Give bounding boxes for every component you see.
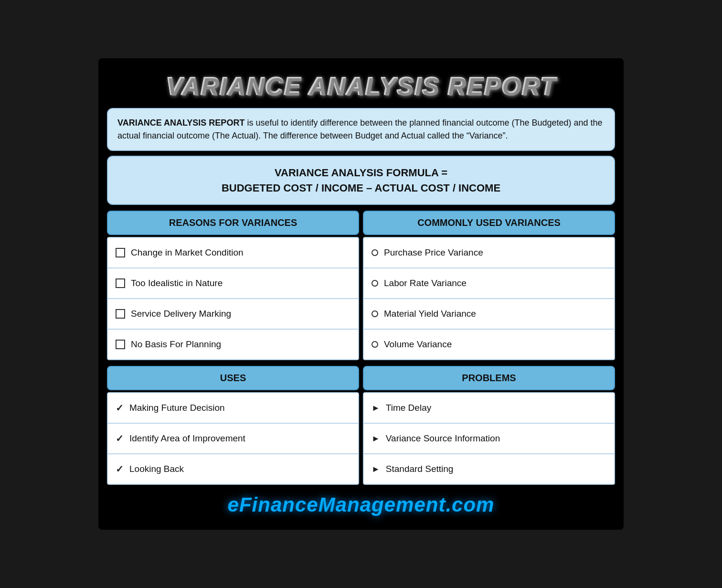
use-item-2: Identify Area of Improvement [129, 433, 245, 444]
reason-item-4: No Basis For Planning [131, 339, 221, 350]
list-item: Labor Rate Variance [363, 268, 615, 299]
variance-item-1: Purchase Price Variance [384, 247, 483, 258]
circle-icon [372, 280, 378, 287]
uses-header: USES [107, 366, 359, 390]
checkbox-icon [116, 309, 125, 319]
use-item-1: Making Future Decision [129, 403, 225, 413]
variance-item-3: Material Yield Variance [384, 309, 476, 319]
arrow-icon: ► [372, 434, 380, 444]
uses-items: ✓ Making Future Decision ✓ Identify Area… [107, 392, 359, 485]
main-container: VARIANCE ANALYSIS REPORT VARIANCE ANALYS… [98, 58, 624, 530]
reason-item-1: Change in Market Condition [131, 247, 244, 258]
checkmark-icon: ✓ [116, 402, 124, 414]
list-item: ► Standard Setting [363, 454, 615, 484]
list-item: Change in Market Condition [107, 237, 359, 268]
list-item: ► Variance Source Information [363, 423, 615, 454]
checkmark-icon: ✓ [116, 463, 124, 475]
variances-items: Purchase Price Variance Labor Rate Varia… [363, 237, 615, 360]
checkbox-icon [116, 278, 125, 288]
uses-problems-grid: USES ✓ Making Future Decision ✓ Identify… [107, 366, 615, 485]
variance-item-4: Volume Variance [384, 339, 452, 350]
reasons-variances-grid: REASONS FOR VARIANCES Change in Market C… [107, 211, 615, 360]
problem-item-2: Variance Source Information [386, 433, 500, 444]
list-item: ✓ Looking Back [107, 454, 359, 484]
reason-item-3: Service Delivery Marking [131, 309, 231, 319]
checkmark-icon: ✓ [116, 433, 124, 444]
reasons-col: REASONS FOR VARIANCES Change in Market C… [107, 211, 359, 360]
description-box: VARIANCE ANALYSIS REPORT is useful to id… [107, 108, 615, 151]
list-item: No Basis For Planning [107, 329, 359, 360]
variances-header: COMMONLY USED VARIANCES [363, 211, 615, 235]
checkbox-icon [116, 248, 125, 257]
problems-header: PROBLEMS [363, 366, 615, 390]
checkbox-icon [116, 340, 125, 349]
footer-brand: eFinanceManagement.com [107, 485, 615, 521]
reasons-items: Change in Market Condition Too Idealisti… [107, 237, 359, 360]
problems-items: ► Time Delay ► Variance Source Informati… [363, 392, 615, 485]
variance-item-2: Labor Rate Variance [384, 278, 467, 289]
main-title: VARIANCE ANALYSIS REPORT [107, 67, 615, 108]
arrow-icon: ► [372, 403, 380, 413]
problems-col: PROBLEMS ► Time Delay ► Variance Source … [363, 366, 615, 485]
circle-icon [372, 249, 378, 256]
desc-bold: VARIANCE ANALYSIS REPORT [117, 118, 244, 128]
variances-col: COMMONLY USED VARIANCES Purchase Price V… [363, 211, 615, 360]
circle-icon [372, 310, 378, 317]
list-item: Material Yield Variance [363, 299, 615, 329]
list-item: Too Idealistic in Nature [107, 268, 359, 299]
circle-icon [372, 341, 378, 348]
list-item: Volume Variance [363, 329, 615, 360]
formula-line1: VARIANCE ANALYSIS FORMULA = [117, 165, 605, 181]
reasons-header: REASONS FOR VARIANCES [107, 211, 359, 235]
list-item: Purchase Price Variance [363, 237, 615, 268]
formula-line2: BUDGETED COST / INCOME – ACTUAL COST / I… [117, 181, 605, 196]
arrow-icon: ► [372, 464, 380, 474]
list-item: Service Delivery Marking [107, 299, 359, 329]
problem-item-3: Standard Setting [386, 464, 454, 474]
reason-item-2: Too Idealistic in Nature [131, 278, 223, 289]
uses-col: USES ✓ Making Future Decision ✓ Identify… [107, 366, 359, 485]
formula-box: VARIANCE ANALYSIS FORMULA = BUDGETED COS… [107, 156, 615, 205]
list-item: ✓ Identify Area of Improvement [107, 423, 359, 454]
list-item: ► Time Delay [363, 393, 615, 423]
use-item-3: Looking Back [129, 464, 184, 474]
list-item: ✓ Making Future Decision [107, 393, 359, 423]
problem-item-1: Time Delay [386, 403, 431, 413]
